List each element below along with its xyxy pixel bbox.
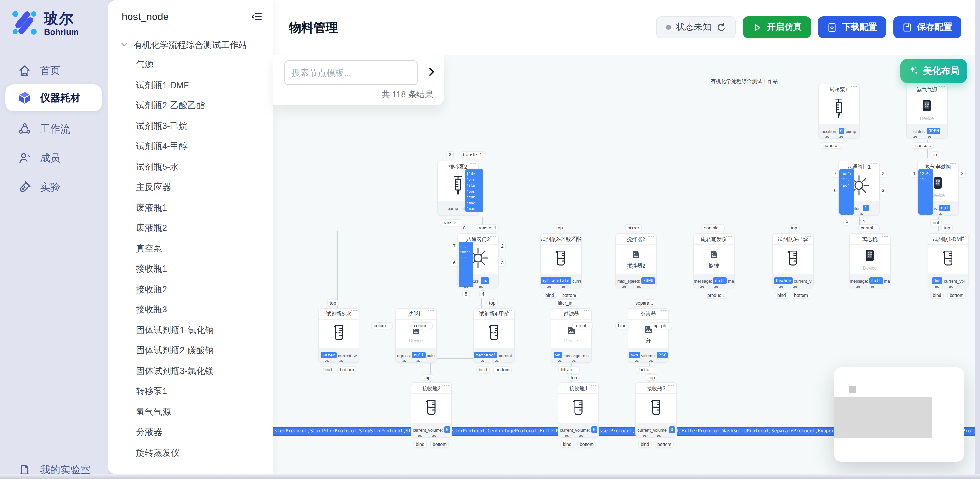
device-node[interactable]: 旋转蒸发仪•••旋转message:nullma>>produc... [694, 234, 734, 288]
node-menu-icon[interactable]: ••• [573, 234, 580, 238]
tree-item[interactable]: 接收瓶1 [136, 262, 273, 275]
tree-item[interactable]: 固体试剂瓶1-氯化钠 [136, 323, 273, 337]
node-menu-icon[interactable]: ••• [960, 234, 967, 238]
port-dot-icon: > [417, 360, 420, 362]
port-dot-icon: > [565, 435, 569, 437]
device-node[interactable]: 试剂瓶5-水•••watercurrent_w>>bindbottom [319, 308, 359, 362]
beaker-icon [570, 398, 587, 418]
tree-item[interactable]: 主反应器 [136, 180, 273, 194]
node-menu-icon[interactable]: ••• [660, 308, 667, 313]
tree-item[interactable]: 真空泵 [136, 241, 273, 255]
node-menu-icon[interactable]: ••• [726, 234, 733, 238]
device-node[interactable]: 洗脱柱•••Deviceogress:nullcolu>> [396, 308, 436, 362]
node-caption: Device [863, 265, 877, 270]
download-config-button[interactable]: 下载配置 [818, 16, 886, 38]
tree-item[interactable]: 废液瓶1 [136, 201, 273, 214]
node-menu-icon[interactable]: ••• [443, 383, 450, 388]
node-menu-icon[interactable]: ••• [351, 308, 358, 313]
tree-item[interactable]: 气源 [136, 58, 273, 71]
tree-item[interactable]: 固体试剂瓶2-碳酸钠 [136, 343, 273, 357]
device-node[interactable]: 分液器•••分ownvolume:250>>botto... [628, 308, 668, 362]
device-node[interactable]: 转移泵2•••pump_info:{'de'vir'sta'pos'cur'ma… [438, 161, 478, 215]
tree-item[interactable]: 试剂瓶5-水 [136, 160, 273, 173]
device-node[interactable]: 氢气电磁阀•••Devicestatus:nul>>12.0,'1'12out [918, 161, 958, 215]
sidebar-item-instruments[interactable]: 仪器耗材 [5, 84, 102, 112]
node-caption: 旋转 [709, 262, 719, 269]
device-node[interactable]: 接收瓶3•••current_volume:0>>bindbottom [636, 383, 676, 437]
tree-root-label: 有机化学流程综合测试工作站 [134, 40, 247, 51]
beaker-icon [940, 249, 957, 269]
device-node[interactable]: 试剂瓶2-乙酸乙酯•••hyl_acetatecurre>>bindbottom [541, 234, 581, 288]
node-menu-icon[interactable]: ••• [851, 84, 858, 89]
sidebar-item-home[interactable]: 首页 [5, 57, 102, 84]
node-menu-icon[interactable]: ••• [470, 161, 477, 166]
tree-item[interactable]: 废液瓶2 [136, 221, 273, 235]
device-node[interactable]: 搅拌器2•••搅拌器2max_speed:2000>> [616, 234, 656, 288]
node-title: 试剂瓶4-甲醇••• [474, 308, 514, 319]
port-tag: bottom [560, 292, 578, 298]
port-dot-icon: > [714, 286, 718, 288]
port-tag: bottom [578, 441, 596, 447]
node-menu-icon[interactable]: ••• [950, 161, 957, 166]
port-dot-icon: > [495, 360, 499, 362]
beautify-layout-button[interactable]: 美化布局 [900, 59, 967, 83]
node-menu-icon[interactable]: ••• [490, 234, 497, 238]
device-node[interactable]: 过滤器•••Devicewnmessage:ma>>filtrate... [551, 308, 591, 362]
tree-item[interactable]: 试剂瓶3-己烷 [136, 119, 273, 133]
node-menu-icon[interactable]: ••• [590, 383, 597, 388]
panel-collapse-icon[interactable] [251, 10, 263, 23]
device-node[interactable]: 接收瓶1•••current_volume:0>>bindbottom [558, 383, 598, 437]
node-body: 搅拌器2 [616, 245, 656, 273]
chevron-down-icon[interactable] [121, 40, 128, 50]
port-tag: top [646, 375, 657, 380]
tree-item[interactable]: 转移泵1 [136, 384, 273, 398]
device-node[interactable]: 氢气气源•••Devicestatus:OPEN>>gasso... [907, 84, 947, 138]
tree-root-workstation[interactable]: 有机化学流程综合测试工作站 [108, 23, 273, 51]
tree-item[interactable]: 试剂瓶4-甲醇 [136, 139, 273, 153]
property-label: current_volume: [637, 428, 668, 432]
tree-item[interactable]: 氢气气源 [136, 405, 273, 418]
device-node[interactable]: 转移泵1•••position:0pump>>transfe... [819, 84, 859, 138]
port-tag: colum... [412, 323, 432, 329]
node-menu-icon[interactable]: ••• [583, 308, 590, 313]
device-node[interactable]: 接收瓶2•••current_volume:0>>bindbottom [411, 383, 452, 437]
port-tag: sample... [702, 225, 724, 231]
device-node[interactable]: 试剂瓶4-甲醇•••methanolcurrent_>>bindbottom [474, 308, 514, 362]
property-chip: own [629, 352, 640, 358]
vertical-scrollbar[interactable] [975, 0, 980, 479]
node-menu-icon[interactable]: ••• [805, 234, 811, 238]
device-node[interactable]: 八通阀门2•••status:nu>>r',ion':' '762354 [458, 234, 498, 288]
node-menu-icon[interactable]: ••• [428, 308, 434, 313]
beaker-icon [423, 398, 440, 418]
node-menu-icon[interactable]: ••• [648, 234, 655, 238]
chevron-right-icon[interactable] [426, 66, 437, 77]
node-menu-icon[interactable]: ••• [668, 383, 675, 388]
device-node[interactable]: 离心机•••Devicemessage:nullma>> [850, 234, 890, 288]
node-title: 试剂瓶5-水••• [319, 308, 359, 319]
refresh-icon[interactable] [716, 22, 726, 32]
tree-item[interactable]: 旋转蒸发仪 [136, 445, 273, 459]
tree-item[interactable]: 固体试剂瓶3-氯化镁 [136, 364, 273, 378]
tree-item[interactable]: 试剂瓶2-乙酸乙酯 [136, 99, 273, 112]
start-simulation-button[interactable]: 开启仿真 [743, 16, 811, 38]
status-badge[interactable]: 状态未知 [656, 16, 736, 38]
node-menu-icon[interactable]: ••• [882, 234, 889, 238]
tree-item[interactable]: 试剂瓶1-DMF [136, 78, 273, 92]
tree-item[interactable]: 分液器 [136, 425, 273, 439]
device-node[interactable]: 八通阀门1•••status:1>>'on':'1','po'762354 [839, 161, 879, 215]
node-menu-icon[interactable]: ••• [871, 161, 878, 166]
save-config-button[interactable]: 保存配置 [893, 16, 961, 38]
search-input[interactable] [284, 60, 418, 85]
property-chip: hexane [774, 278, 792, 284]
sidebar-item-experiments[interactable]: 实验 [5, 174, 102, 201]
tree-item[interactable]: 接收瓶2 [136, 282, 273, 296]
device-node[interactable]: 试剂瓶3-己烷•••hexanecurrent_v>>bindbottom [773, 234, 813, 288]
node-menu-icon[interactable]: ••• [506, 308, 513, 313]
device-node[interactable]: 试剂瓶1-DMF•••dmfcurrent_vol>>bindbottom [928, 234, 968, 288]
sidebar-item-label: 仪器耗材 [40, 91, 80, 105]
node-menu-icon[interactable]: ••• [939, 84, 946, 89]
port-tag: filter_in [556, 300, 574, 306]
tree-item[interactable]: 接收瓶3 [136, 303, 273, 316]
sidebar-item-workflow[interactable]: 工作流 [5, 115, 102, 143]
sidebar-item-members[interactable]: 成员 [5, 145, 102, 172]
